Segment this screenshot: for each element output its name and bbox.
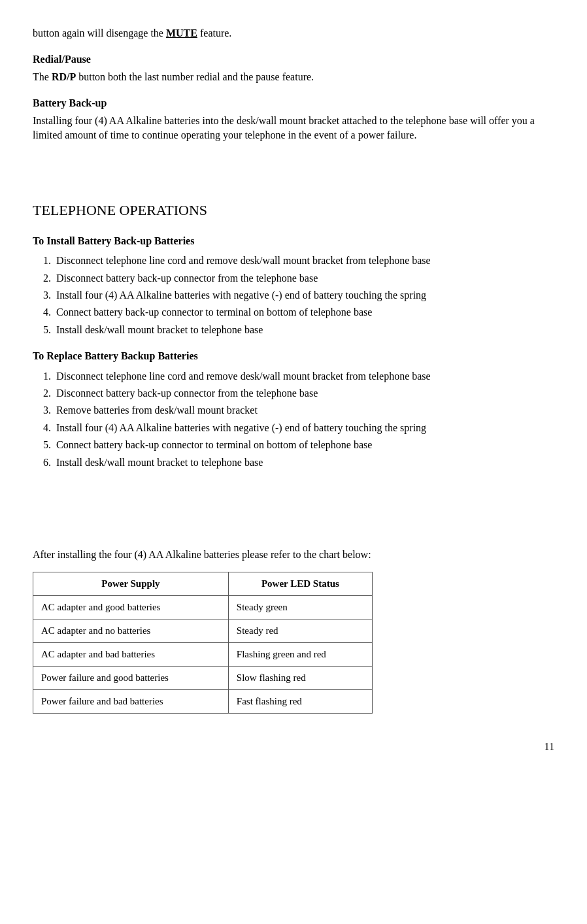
table-header-led-status: Power LED Status <box>228 572 372 595</box>
redial-pause-body: The RD/P button both the last number red… <box>33 70 554 84</box>
install-step-5: Install desk/wall mount bracket to telep… <box>54 323 554 337</box>
mute-word: MUTE <box>166 27 197 39</box>
power-supply-cell: AC adapter and no batteries <box>33 619 229 642</box>
install-step-4: Connect battery back-up connector to ter… <box>54 305 554 320</box>
battery-backup-heading: Battery Back-up <box>33 96 554 110</box>
install-step-2: Disconnect battery back-up connector fro… <box>54 271 554 286</box>
replace-batteries-heading: To Replace Battery Backup Batteries <box>33 349 554 363</box>
rdp-body: button both the last number redial and t… <box>76 71 314 82</box>
power-supply-table: Power Supply Power LED Status AC adapter… <box>33 572 373 714</box>
battery-backup-body: Installing four (4) AA Alkaline batterie… <box>33 114 554 143</box>
intro-paragraph: button again will disengage the MUTE fea… <box>33 26 554 41</box>
replace-steps-list: Disconnect telephone line cord and remov… <box>54 369 554 470</box>
replace-step-6: Install desk/wall mount bracket to telep… <box>54 455 554 470</box>
table-header-row: Power Supply Power LED Status <box>33 572 373 595</box>
led-status-cell: Flashing green and red <box>228 642 372 666</box>
replace-step-2: Disconnect battery back-up connector fro… <box>54 386 554 401</box>
rdp-prefix: The <box>33 71 52 82</box>
chart-intro-text: After installing the four (4) AA Alkalin… <box>33 548 554 562</box>
power-supply-cell: Power failure and good batteries <box>33 666 229 689</box>
table-row: Power failure and good batteriesSlow fla… <box>33 666 373 689</box>
page-number: 11 <box>33 740 554 754</box>
redial-pause-heading: Redial/Pause <box>33 52 554 67</box>
led-status-cell: Steady green <box>228 595 372 619</box>
install-batteries-heading: To Install Battery Back-up Batteries <box>33 234 554 248</box>
led-status-cell: Slow flashing red <box>228 666 372 689</box>
table-row: AC adapter and no batteriesSteady red <box>33 619 373 642</box>
table-row: Power failure and bad batteriesFast flas… <box>33 689 373 713</box>
led-status-cell: Steady red <box>228 619 372 642</box>
table-row: AC adapter and good batteriesSteady gree… <box>33 595 373 619</box>
table-header-power-supply: Power Supply <box>33 572 229 595</box>
install-steps-list: Disconnect telephone line cord and remov… <box>54 254 554 337</box>
replace-step-5: Connect battery back-up connector to ter… <box>54 438 554 452</box>
led-status-cell: Fast flashing red <box>228 689 372 713</box>
replace-step-4: Install four (4) AA Alkaline batteries w… <box>54 421 554 435</box>
install-step-1: Disconnect telephone line cord and remov… <box>54 254 554 268</box>
telephone-operations-heading: TELEPHONE OPERATIONS <box>33 201 554 221</box>
intro-text-after-mute: feature. <box>197 27 231 39</box>
intro-text-before-mute: button again will disengage the <box>33 27 166 39</box>
replace-step-3: Remove batteries from desk/wall mount br… <box>54 403 554 418</box>
rdp-word: RD/P <box>52 71 76 82</box>
table-row: AC adapter and bad batteriesFlashing gre… <box>33 642 373 666</box>
power-supply-cell: AC adapter and good batteries <box>33 595 229 619</box>
power-supply-cell: AC adapter and bad batteries <box>33 642 229 666</box>
table-body: AC adapter and good batteriesSteady gree… <box>33 595 373 713</box>
replace-step-1: Disconnect telephone line cord and remov… <box>54 369 554 384</box>
power-supply-cell: Power failure and bad batteries <box>33 689 229 713</box>
install-step-3: Install four (4) AA Alkaline batteries w… <box>54 288 554 303</box>
